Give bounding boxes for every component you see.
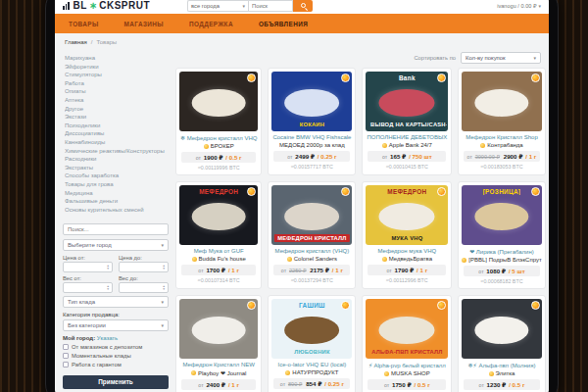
product-card[interactable]: Мефедрон Кристалл Shop Контрабанда от 30…	[458, 68, 545, 175]
sidebar-category[interactable]: Аптека	[65, 96, 169, 105]
site-logo[interactable]: BL ∗ CKSPRUT	[63, 0, 150, 11]
checkbox-icon[interactable]	[63, 353, 69, 359]
header-city-select[interactable]: все города ▾	[187, 0, 248, 12]
sidebar-category[interactable]: Другое	[65, 105, 169, 114]
account-menu[interactable]: ivanogu / 0.00 ₽ ▾	[497, 3, 541, 9]
product-title[interactable]: ⚡ Alpha-pvp белый кристалл	[366, 362, 448, 368]
price-from-label: Цена от:	[63, 255, 113, 261]
product-vendor-link[interactable]: Colonel Sanders	[271, 256, 352, 262]
product-card[interactable]: МЕФЕДРОН КРИСТАЛЛ Мефедрон кристалл (VHQ…	[268, 181, 356, 289]
product-card[interactable]: Мефедрон Кристалл NEW Playboy ❤ Journal …	[175, 295, 262, 392]
weight-to-input[interactable]: ▴▾	[119, 282, 169, 293]
sidebar-category[interactable]: Химические реактивы/Конструкторы	[65, 147, 169, 156]
header-search-input[interactable]	[248, 0, 293, 12]
search-button[interactable]	[293, 0, 313, 12]
product-card[interactable]: МЕФЕДРОН МУКА VHQ Мефедрон мука VHQ Медв…	[362, 181, 452, 289]
product-title[interactable]: Ice-o-lator VHQ EU (local)	[271, 362, 352, 368]
product-vendor-link[interactable]: МЕДОЕД 2000р за клад	[271, 142, 352, 148]
product-image[interactable]: КОКАИН	[271, 72, 352, 131]
product-image[interactable]: ГАШИШ ЛЮБОВНИК	[271, 299, 352, 359]
product-vendor-link[interactable]: Playboy ❤ Journal	[179, 369, 258, 376]
product-image[interactable]: АЛЬФА-ПВП КРИСТАЛЛ	[366, 299, 448, 359]
product-card[interactable]: ГАШИШ ЛЮБОВНИК Ice-o-lator VHQ EU (local…	[268, 295, 356, 392]
spinner-icon[interactable]: ▴▾	[107, 265, 109, 270]
sidebar-category[interactable]: Опиаты	[65, 87, 169, 96]
sidebar-search-input[interactable]	[63, 223, 169, 235]
product-image[interactable]: Bank ВЫВОД НА КАРТЫ/CASH-IN	[366, 72, 448, 131]
sidebar-category[interactable]: Работа	[65, 79, 169, 88]
my-city-set-link[interactable]: Указать	[97, 335, 118, 341]
product-vendor-link[interactable]: Apple Bank 24/7	[366, 142, 448, 148]
nav-item-obyavleniya[interactable]: ОБЪЯВЛЕНИЯ	[259, 21, 308, 27]
stash-type-select[interactable]: Тип клада ▾	[63, 296, 169, 308]
product-vendor-link[interactable]: Контрабанда	[462, 142, 541, 148]
sidebar-category[interactable]: Психоделики	[65, 122, 169, 130]
product-image[interactable]: МЕФЕДРОН	[179, 185, 258, 245]
product-image[interactable]	[179, 299, 258, 359]
product-image[interactable]: [РОЗНИЦА]	[462, 185, 541, 245]
product-image[interactable]: МЕФЕДРОН МУКА VHQ	[366, 185, 448, 245]
checkbox-icon[interactable]	[63, 362, 69, 368]
product-image[interactable]	[179, 72, 258, 131]
sidebar-category[interactable]: Каннабиноиды	[65, 138, 169, 147]
checkbox-guarantor[interactable]: Работа с гарантом	[63, 362, 169, 368]
product-title[interactable]: Мефедрон кристалл (VHQ)	[271, 248, 352, 254]
product-card[interactable]: МЕФЕДРОН Меф Мука от GUF Budda Fu's hous…	[175, 181, 262, 289]
product-vendor-link[interactable]: Элитка	[462, 370, 541, 376]
product-title[interactable]: Мефедрон Кристалл NEW	[179, 362, 258, 368]
sidebar-category[interactable]: Товары для грова	[65, 180, 169, 189]
product-image[interactable]	[462, 299, 541, 359]
sidebar-category[interactable]: Экстази	[65, 113, 169, 122]
sidebar-category[interactable]: Медицина	[65, 189, 169, 198]
product-card[interactable]: АЛЬФА-ПВП КРИСТАЛЛ ⚡ Alpha-pvp белый кри…	[362, 295, 452, 392]
product-title[interactable]: ❄ Мефедрон кристалл VHQ	[179, 134, 258, 141]
product-card[interactable]: [РОЗНИЦА] ❤ Лирика (Прегабалин) [PBBL] П…	[458, 181, 545, 289]
sidebar-category[interactable]: Основы курительных смесей	[65, 206, 169, 215]
weight-from-input[interactable]: ▴▾	[63, 282, 113, 293]
sidebar-category[interactable]: Экстракты	[65, 164, 169, 172]
product-card[interactable]: КОКАИН Cocaine BMW VHQ Fishscale МЕДОЕД …	[268, 68, 356, 175]
sidebar-category[interactable]: Расходники	[65, 155, 169, 164]
product-vendor-link[interactable]: БРОКЕР	[179, 143, 258, 149]
sidebar-category[interactable]: Марихуана	[65, 54, 169, 63]
sidebar-category[interactable]: Способы заработка	[65, 172, 169, 180]
apply-filters-button[interactable]: Применить	[63, 375, 169, 389]
spinner-icon[interactable]: ▴▾	[163, 265, 165, 270]
spinner-icon[interactable]: ▴▾	[163, 285, 165, 291]
product-title[interactable]: Меф Мука от GUF	[179, 248, 258, 254]
nav-item-podderzhka[interactable]: ПОДДЕРЖКА	[189, 21, 233, 27]
product-image[interactable]	[462, 72, 541, 131]
product-card[interactable]: ❄ Мефедрон кристалл VHQ БРОКЕР от 1900 ₽…	[175, 68, 262, 175]
product-vendor-link[interactable]: МедведьБратва	[366, 256, 448, 262]
price-from-input[interactable]: ▴▾	[63, 262, 113, 272]
product-card[interactable]: ❄⚡ Альфа-пвп (Молния) Элитка от 1230 ₽ /…	[458, 295, 545, 392]
sort-select[interactable]: Кол-ву покупок ▾	[461, 52, 541, 64]
product-title[interactable]: Мефедрон Кристалл Shop	[462, 134, 541, 140]
sidebar-category[interactable]: Фальшивые деньги	[65, 197, 169, 206]
checkbox-icon[interactable]	[63, 344, 69, 350]
header-search-bar: все города ▾	[187, 0, 313, 12]
nav-item-tovary[interactable]: ТОВАРЫ	[69, 21, 99, 27]
product-image[interactable]: МЕФЕДРОН КРИСТАЛЛ	[271, 185, 352, 245]
breadcrumb-home[interactable]: Главная	[65, 39, 87, 45]
product-vendor-link[interactable]: [PBBL] ПодрыВ БлэкСпрут	[462, 257, 541, 263]
product-vendor-link[interactable]: НАТУРПРОДУКТ	[271, 369, 352, 375]
price-to-input[interactable]: ▴▾	[119, 262, 169, 272]
seller-category-select[interactable]: Без категории ▾	[63, 319, 169, 331]
nav-item-magaziny[interactable]: МАГАЗИНЫ	[124, 21, 164, 27]
checkbox-instant[interactable]: Моментальные клады	[63, 353, 169, 359]
product-vendor-link[interactable]: MUSKA SHOP	[366, 370, 448, 376]
product-card[interactable]: Bank ВЫВОД НА КАРТЫ/CASH-IN ПОПОЛНЕНИЕ Д…	[362, 68, 452, 175]
city-select[interactable]: Выберите город ▾	[63, 239, 169, 251]
product-title[interactable]: ❤ Лирика (Прегабалин)	[462, 248, 541, 255]
product-title[interactable]: Cocaine BMW VHQ Fishscale	[271, 134, 352, 140]
spinner-icon[interactable]: ▴▾	[107, 285, 109, 291]
product-vendor-link[interactable]: Budda Fu's house	[179, 256, 258, 262]
product-title[interactable]: ПОПОЛНЕНИЕ ДЕБЕТОВЫХ	[366, 134, 448, 140]
sidebar-category[interactable]: Эйфоретики	[65, 63, 169, 72]
sidebar-category[interactable]: Диссоциативы	[65, 129, 169, 138]
product-title[interactable]: Мефедрон мука VHQ	[366, 248, 448, 254]
checkbox-deposit[interactable]: От магазинов с депозитом	[63, 344, 169, 350]
sidebar-category[interactable]: Стимуляторы	[65, 71, 169, 79]
product-title[interactable]: ❄⚡ Альфа-пвп (Молния)	[462, 362, 541, 368]
